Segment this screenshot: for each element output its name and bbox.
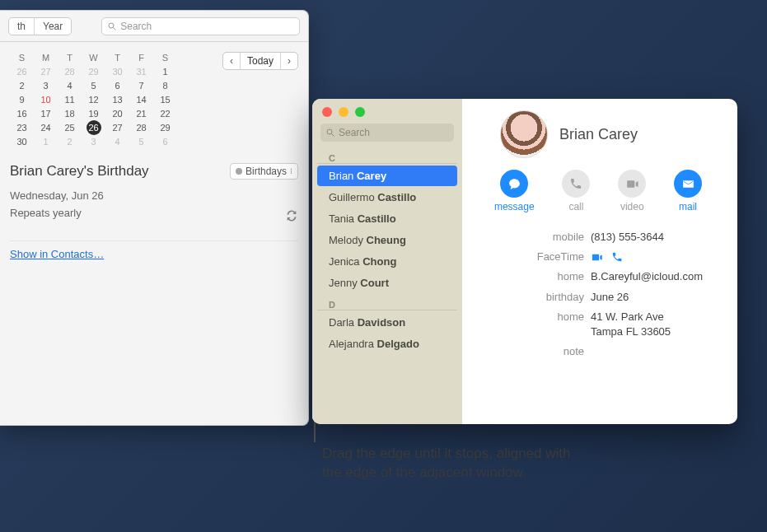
mini-day[interactable]: 31 (129, 64, 153, 78)
mini-day[interactable]: 11 (58, 92, 82, 106)
phone-icon[interactable] (611, 251, 623, 263)
mini-day[interactable]: 16 (10, 106, 34, 120)
mini-day[interactable]: 28 (129, 120, 153, 134)
list-item[interactable]: Guillermo Castillo (317, 187, 457, 208)
mini-day[interactable]: 7 (129, 78, 153, 92)
mini-day[interactable]: 22 (153, 106, 177, 120)
detail-value[interactable]: June 26 (591, 290, 721, 305)
contacts-sidebar: Search CBrian CareyGuillermo CastilloTan… (312, 99, 462, 424)
detail-value[interactable]: (813) 555-3644 (591, 230, 721, 245)
detail-row: note (475, 342, 721, 362)
segment-th[interactable]: th (9, 18, 35, 35)
mini-day[interactable]: 14 (129, 92, 153, 106)
calendar-toolbar: th Year Search (0, 11, 308, 42)
contacts-search-placeholder: Search (339, 127, 370, 138)
mini-calendar[interactable]: SMTWTFS262728293031123456789101112131415… (10, 50, 178, 148)
mini-day[interactable]: 26 (10, 64, 34, 78)
svg-point-2 (327, 129, 332, 134)
detail-value[interactable]: B.Careyful@icloud.com (591, 269, 721, 284)
mini-day[interactable]: 23 (10, 120, 34, 134)
mini-day[interactable]: 26 (82, 120, 105, 134)
mini-day[interactable]: 3 (34, 78, 58, 92)
mini-day[interactable]: 29 (153, 120, 177, 134)
mini-day[interactable]: 6 (105, 78, 129, 92)
list-item[interactable]: Darla Davidson (317, 312, 457, 333)
mini-day[interactable]: 28 (58, 64, 82, 78)
calendar-picker[interactable]: Birthdays ⁞ (230, 163, 298, 180)
detail-value[interactable] (591, 250, 721, 264)
mini-day[interactable]: 17 (34, 106, 58, 120)
detail-key: FaceTime (475, 250, 584, 264)
minimize-icon[interactable] (339, 107, 348, 117)
section-header: C (317, 150, 457, 164)
detail-key: home (475, 269, 584, 284)
mini-day[interactable]: 30 (10, 134, 34, 148)
list-item[interactable]: Tania Castillo (317, 208, 457, 229)
video-icon[interactable] (591, 251, 603, 264)
phone-icon (562, 170, 590, 198)
mini-day[interactable]: 8 (153, 78, 177, 92)
mini-day[interactable]: 25 (58, 120, 82, 134)
message-button[interactable]: message (494, 170, 535, 212)
contacts-list[interactable]: CBrian CareyGuillermo CastilloTania Cast… (312, 147, 462, 424)
list-item[interactable]: Jenica Chong (317, 251, 457, 272)
mini-day[interactable]: 1 (34, 134, 58, 148)
mini-day[interactable]: 30 (105, 64, 129, 78)
show-in-contacts-link[interactable]: Show in Contacts… (10, 248, 104, 260)
list-item[interactable]: Brian Carey (317, 166, 457, 186)
mini-day[interactable]: 18 (58, 106, 82, 120)
mini-day[interactable]: 19 (82, 106, 105, 120)
detail-value[interactable]: 41 W. Park Ave Tampa FL 33605 (591, 310, 721, 339)
mini-day[interactable]: 24 (34, 120, 58, 134)
call-button[interactable]: call (562, 170, 590, 212)
mail-button[interactable]: mail (674, 170, 702, 212)
mini-day[interactable]: 1 (153, 64, 177, 78)
view-segment[interactable]: th Year (8, 17, 72, 35)
mini-day[interactable]: 9 (10, 92, 34, 106)
svg-point-0 (109, 23, 114, 28)
calendar-body: SMTWTFS262728293031123456789101112131415… (0, 42, 308, 270)
mini-day[interactable]: 2 (58, 134, 82, 148)
list-item[interactable]: Melody Cheung (317, 230, 457, 250)
mini-dow: F (129, 50, 153, 64)
chevron-updown-icon: ⁞ (290, 167, 292, 175)
mini-day[interactable]: 2 (10, 78, 34, 92)
mini-day[interactable]: 3 (82, 134, 105, 148)
mini-day[interactable]: 5 (82, 78, 105, 92)
segment-year[interactable]: Year (35, 18, 71, 35)
mini-day[interactable]: 4 (105, 134, 129, 148)
svg-line-3 (332, 134, 334, 137)
video-button[interactable]: video (618, 170, 646, 212)
close-icon[interactable] (322, 107, 332, 117)
contact-actions: message call video mail (475, 170, 721, 212)
mini-day[interactable]: 20 (105, 106, 129, 120)
mini-dow: T (58, 50, 82, 64)
list-item[interactable]: Alejandra Delgado (317, 334, 457, 354)
today-button[interactable]: Today (241, 53, 281, 69)
contacts-window: Search CBrian CareyGuillermo CastilloTan… (312, 99, 737, 424)
search-icon (107, 21, 117, 31)
mini-day[interactable]: 13 (105, 92, 129, 106)
mini-day[interactable]: 6 (153, 134, 177, 148)
detail-value[interactable] (591, 344, 721, 359)
next-button[interactable]: › (281, 53, 297, 69)
mini-day[interactable]: 29 (82, 64, 105, 78)
list-item[interactable]: Jenny Court (317, 273, 457, 293)
date-nav: ‹ Today › (222, 52, 298, 70)
mini-day[interactable]: 4 (58, 78, 82, 92)
mini-dow: S (153, 50, 177, 64)
mini-day[interactable]: 10 (34, 92, 58, 106)
mini-day[interactable]: 12 (82, 92, 105, 106)
zoom-icon[interactable] (355, 107, 365, 117)
mini-day[interactable]: 27 (34, 64, 58, 78)
mini-day[interactable]: 5 (129, 134, 153, 148)
contacts-search[interactable]: Search (320, 124, 454, 142)
mini-day[interactable]: 15 (153, 92, 177, 106)
event-title: Brian Carey's Birthday (10, 163, 149, 180)
calendar-search[interactable]: Search (101, 17, 300, 35)
mini-day[interactable]: 27 (105, 120, 129, 134)
avatar[interactable] (500, 110, 548, 158)
mini-day[interactable]: 21 (129, 106, 153, 120)
prev-button[interactable]: ‹ (223, 53, 241, 69)
detail-key: home (475, 310, 584, 339)
